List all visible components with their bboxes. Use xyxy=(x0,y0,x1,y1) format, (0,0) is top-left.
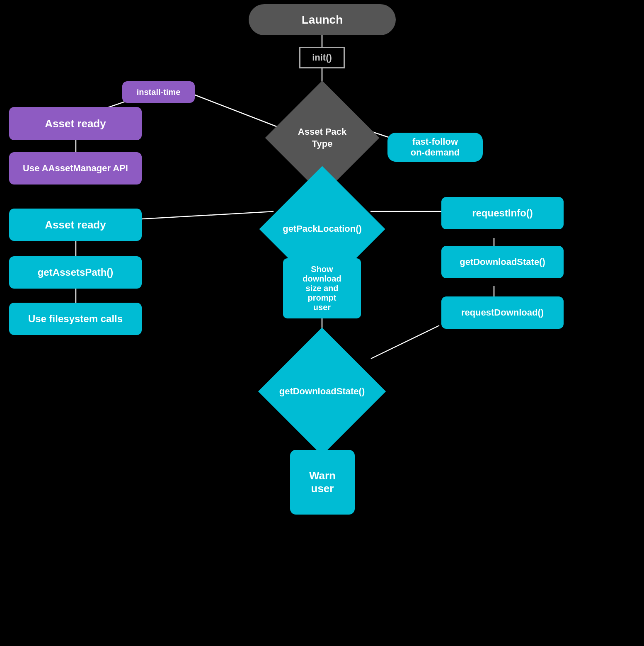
svg-line-13 xyxy=(371,325,439,359)
use-aasset-manager-node: Use AAssetManager API xyxy=(9,152,142,185)
svg-line-2 xyxy=(191,93,282,129)
install-time-node: install-time xyxy=(122,81,195,103)
launch-node: Launch xyxy=(249,4,396,35)
fast-follow-node: fast-followon-demand xyxy=(387,133,483,162)
asset-ready-purple-node: Asset ready xyxy=(9,107,142,140)
asset-ready-teal-node: Asset ready xyxy=(9,209,142,241)
get-download-state-diamond-node: getDownloadState() xyxy=(258,328,386,455)
get-assets-path-node: getAssetsPath() xyxy=(9,256,142,289)
request-download-node: requestDownload() xyxy=(441,296,564,329)
init-node: init() xyxy=(299,47,345,68)
use-filesystem-node: Use filesystem calls xyxy=(9,303,142,335)
warn-user-node: Warnuser xyxy=(290,450,355,515)
get-download-state-right-node: getDownloadState() xyxy=(441,246,564,278)
show-download-node: Showdownloadsize andpromptuser xyxy=(283,258,361,318)
request-info-node: requestInfo() xyxy=(441,197,564,229)
flowchart: Launch init() Asset PackType install-tim… xyxy=(0,0,644,646)
